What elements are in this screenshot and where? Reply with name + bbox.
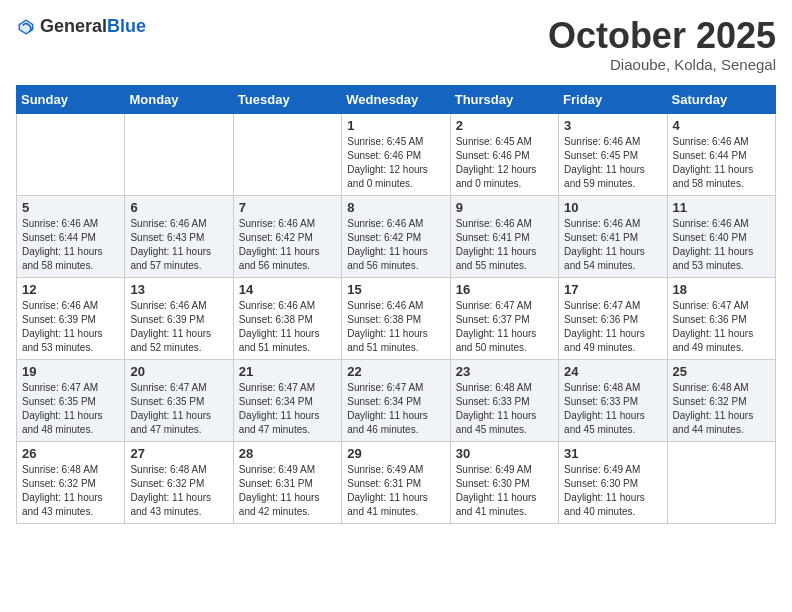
calendar-cell: 12Sunrise: 6:46 AM Sunset: 6:39 PM Dayli… bbox=[17, 277, 125, 359]
calendar-cell: 20Sunrise: 6:47 AM Sunset: 6:35 PM Dayli… bbox=[125, 359, 233, 441]
day-number: 8 bbox=[347, 200, 444, 215]
logo-general: General bbox=[40, 16, 107, 36]
logo: GeneralBlue bbox=[16, 16, 146, 37]
day-info: Sunrise: 6:48 AM Sunset: 6:32 PM Dayligh… bbox=[130, 463, 227, 519]
svg-marker-0 bbox=[18, 18, 35, 35]
day-number: 1 bbox=[347, 118, 444, 133]
page-header: GeneralBlue October 2025 Diaoube, Kolda,… bbox=[16, 16, 776, 73]
day-info: Sunrise: 6:45 AM Sunset: 6:46 PM Dayligh… bbox=[456, 135, 553, 191]
calendar-cell bbox=[17, 113, 125, 195]
calendar-cell: 14Sunrise: 6:46 AM Sunset: 6:38 PM Dayli… bbox=[233, 277, 341, 359]
calendar-cell: 23Sunrise: 6:48 AM Sunset: 6:33 PM Dayli… bbox=[450, 359, 558, 441]
day-number: 26 bbox=[22, 446, 119, 461]
day-info: Sunrise: 6:47 AM Sunset: 6:34 PM Dayligh… bbox=[347, 381, 444, 437]
calendar-table: SundayMondayTuesdayWednesdayThursdayFrid… bbox=[16, 85, 776, 524]
calendar-cell: 22Sunrise: 6:47 AM Sunset: 6:34 PM Dayli… bbox=[342, 359, 450, 441]
weekday-header-tuesday: Tuesday bbox=[233, 85, 341, 113]
calendar-cell: 6Sunrise: 6:46 AM Sunset: 6:43 PM Daylig… bbox=[125, 195, 233, 277]
weekday-header-wednesday: Wednesday bbox=[342, 85, 450, 113]
weekday-header-monday: Monday bbox=[125, 85, 233, 113]
day-info: Sunrise: 6:49 AM Sunset: 6:30 PM Dayligh… bbox=[456, 463, 553, 519]
day-number: 13 bbox=[130, 282, 227, 297]
calendar-cell: 16Sunrise: 6:47 AM Sunset: 6:37 PM Dayli… bbox=[450, 277, 558, 359]
day-info: Sunrise: 6:48 AM Sunset: 6:32 PM Dayligh… bbox=[22, 463, 119, 519]
day-info: Sunrise: 6:48 AM Sunset: 6:33 PM Dayligh… bbox=[564, 381, 661, 437]
day-number: 23 bbox=[456, 364, 553, 379]
calendar-week-4: 19Sunrise: 6:47 AM Sunset: 6:35 PM Dayli… bbox=[17, 359, 776, 441]
day-number: 21 bbox=[239, 364, 336, 379]
day-number: 28 bbox=[239, 446, 336, 461]
calendar-cell: 29Sunrise: 6:49 AM Sunset: 6:31 PM Dayli… bbox=[342, 441, 450, 523]
day-number: 25 bbox=[673, 364, 770, 379]
day-number: 29 bbox=[347, 446, 444, 461]
calendar-cell: 2Sunrise: 6:45 AM Sunset: 6:46 PM Daylig… bbox=[450, 113, 558, 195]
day-number: 15 bbox=[347, 282, 444, 297]
day-info: Sunrise: 6:46 AM Sunset: 6:41 PM Dayligh… bbox=[564, 217, 661, 273]
day-number: 4 bbox=[673, 118, 770, 133]
calendar-cell: 13Sunrise: 6:46 AM Sunset: 6:39 PM Dayli… bbox=[125, 277, 233, 359]
logo-text: GeneralBlue bbox=[40, 16, 146, 37]
day-info: Sunrise: 6:47 AM Sunset: 6:35 PM Dayligh… bbox=[22, 381, 119, 437]
day-info: Sunrise: 6:48 AM Sunset: 6:32 PM Dayligh… bbox=[673, 381, 770, 437]
day-info: Sunrise: 6:47 AM Sunset: 6:37 PM Dayligh… bbox=[456, 299, 553, 355]
title-block: October 2025 Diaoube, Kolda, Senegal bbox=[548, 16, 776, 73]
day-number: 24 bbox=[564, 364, 661, 379]
calendar-cell: 19Sunrise: 6:47 AM Sunset: 6:35 PM Dayli… bbox=[17, 359, 125, 441]
day-number: 20 bbox=[130, 364, 227, 379]
day-info: Sunrise: 6:46 AM Sunset: 6:41 PM Dayligh… bbox=[456, 217, 553, 273]
day-info: Sunrise: 6:46 AM Sunset: 6:39 PM Dayligh… bbox=[130, 299, 227, 355]
day-info: Sunrise: 6:46 AM Sunset: 6:43 PM Dayligh… bbox=[130, 217, 227, 273]
month-title: October 2025 bbox=[548, 16, 776, 56]
calendar-cell: 18Sunrise: 6:47 AM Sunset: 6:36 PM Dayli… bbox=[667, 277, 775, 359]
calendar-cell: 4Sunrise: 6:46 AM Sunset: 6:44 PM Daylig… bbox=[667, 113, 775, 195]
calendar-cell: 15Sunrise: 6:46 AM Sunset: 6:38 PM Dayli… bbox=[342, 277, 450, 359]
day-info: Sunrise: 6:46 AM Sunset: 6:42 PM Dayligh… bbox=[347, 217, 444, 273]
day-number: 6 bbox=[130, 200, 227, 215]
logo-icon bbox=[16, 17, 36, 37]
logo-blue: Blue bbox=[107, 16, 146, 36]
calendar-cell: 31Sunrise: 6:49 AM Sunset: 6:30 PM Dayli… bbox=[559, 441, 667, 523]
weekday-header-saturday: Saturday bbox=[667, 85, 775, 113]
day-info: Sunrise: 6:47 AM Sunset: 6:36 PM Dayligh… bbox=[564, 299, 661, 355]
day-number: 10 bbox=[564, 200, 661, 215]
calendar-cell: 17Sunrise: 6:47 AM Sunset: 6:36 PM Dayli… bbox=[559, 277, 667, 359]
day-info: Sunrise: 6:46 AM Sunset: 6:45 PM Dayligh… bbox=[564, 135, 661, 191]
day-info: Sunrise: 6:46 AM Sunset: 6:38 PM Dayligh… bbox=[347, 299, 444, 355]
calendar-cell: 24Sunrise: 6:48 AM Sunset: 6:33 PM Dayli… bbox=[559, 359, 667, 441]
calendar-cell: 7Sunrise: 6:46 AM Sunset: 6:42 PM Daylig… bbox=[233, 195, 341, 277]
day-number: 18 bbox=[673, 282, 770, 297]
calendar-cell: 21Sunrise: 6:47 AM Sunset: 6:34 PM Dayli… bbox=[233, 359, 341, 441]
calendar-week-1: 1Sunrise: 6:45 AM Sunset: 6:46 PM Daylig… bbox=[17, 113, 776, 195]
calendar-cell bbox=[125, 113, 233, 195]
day-number: 12 bbox=[22, 282, 119, 297]
day-number: 31 bbox=[564, 446, 661, 461]
calendar-cell: 25Sunrise: 6:48 AM Sunset: 6:32 PM Dayli… bbox=[667, 359, 775, 441]
day-number: 16 bbox=[456, 282, 553, 297]
day-number: 27 bbox=[130, 446, 227, 461]
day-number: 5 bbox=[22, 200, 119, 215]
day-info: Sunrise: 6:45 AM Sunset: 6:46 PM Dayligh… bbox=[347, 135, 444, 191]
day-number: 14 bbox=[239, 282, 336, 297]
calendar-cell: 9Sunrise: 6:46 AM Sunset: 6:41 PM Daylig… bbox=[450, 195, 558, 277]
calendar-cell bbox=[667, 441, 775, 523]
calendar-cell: 1Sunrise: 6:45 AM Sunset: 6:46 PM Daylig… bbox=[342, 113, 450, 195]
calendar-cell bbox=[233, 113, 341, 195]
day-number: 3 bbox=[564, 118, 661, 133]
day-number: 9 bbox=[456, 200, 553, 215]
day-info: Sunrise: 6:46 AM Sunset: 6:40 PM Dayligh… bbox=[673, 217, 770, 273]
calendar-cell: 5Sunrise: 6:46 AM Sunset: 6:44 PM Daylig… bbox=[17, 195, 125, 277]
calendar-cell: 30Sunrise: 6:49 AM Sunset: 6:30 PM Dayli… bbox=[450, 441, 558, 523]
day-info: Sunrise: 6:46 AM Sunset: 6:39 PM Dayligh… bbox=[22, 299, 119, 355]
calendar-week-5: 26Sunrise: 6:48 AM Sunset: 6:32 PM Dayli… bbox=[17, 441, 776, 523]
calendar-week-2: 5Sunrise: 6:46 AM Sunset: 6:44 PM Daylig… bbox=[17, 195, 776, 277]
day-number: 17 bbox=[564, 282, 661, 297]
calendar-cell: 8Sunrise: 6:46 AM Sunset: 6:42 PM Daylig… bbox=[342, 195, 450, 277]
calendar-cell: 27Sunrise: 6:48 AM Sunset: 6:32 PM Dayli… bbox=[125, 441, 233, 523]
calendar-cell: 11Sunrise: 6:46 AM Sunset: 6:40 PM Dayli… bbox=[667, 195, 775, 277]
day-number: 2 bbox=[456, 118, 553, 133]
calendar-cell: 28Sunrise: 6:49 AM Sunset: 6:31 PM Dayli… bbox=[233, 441, 341, 523]
day-number: 22 bbox=[347, 364, 444, 379]
day-info: Sunrise: 6:47 AM Sunset: 6:36 PM Dayligh… bbox=[673, 299, 770, 355]
calendar-cell: 26Sunrise: 6:48 AM Sunset: 6:32 PM Dayli… bbox=[17, 441, 125, 523]
day-info: Sunrise: 6:46 AM Sunset: 6:44 PM Dayligh… bbox=[22, 217, 119, 273]
